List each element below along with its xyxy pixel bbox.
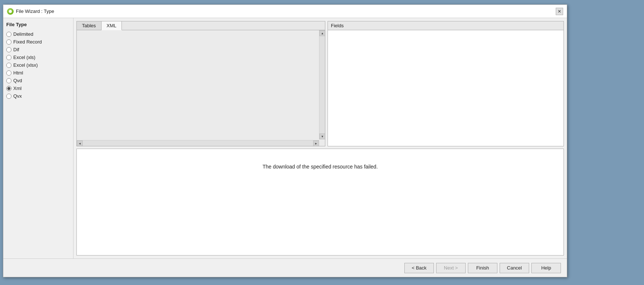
scroll-right-button[interactable]: ►: [313, 140, 319, 146]
error-panel: The download of the specified resource h…: [76, 149, 564, 256]
radio-input-excel-xls[interactable]: [6, 55, 11, 60]
main-content: Tables XML ▲ ▼ ◄: [73, 18, 567, 258]
radio-dif[interactable]: Dif: [6, 46, 70, 53]
file-wizard-dialog: File Wizard : Type ✕ File Type Delimited…: [3, 4, 567, 277]
dialog-body: File Type Delimited Fixed Record Dif Exc…: [3, 18, 567, 258]
fields-content: [328, 30, 564, 146]
radio-label-dif: Dif: [13, 47, 19, 52]
radio-label-qvx: Qvx: [13, 93, 22, 99]
radio-input-delimited[interactable]: [6, 32, 11, 37]
sidebar-title: File Type: [6, 22, 70, 27]
fields-panel: Fields: [328, 21, 564, 146]
radio-delimited[interactable]: Delimited: [6, 31, 70, 37]
scroll-up-button[interactable]: ▲: [319, 30, 325, 36]
radio-label-delimited: Delimited: [13, 31, 33, 37]
radio-label-qvd: Qvd: [13, 78, 22, 83]
dialog-footer: < Back Next > Finish Cancel Help: [3, 258, 567, 277]
radio-fixed-record[interactable]: Fixed Record: [6, 39, 70, 45]
top-panels: Tables XML ▲ ▼ ◄: [76, 21, 564, 146]
dialog-titlebar: File Wizard : Type ✕: [3, 5, 567, 18]
radio-xml[interactable]: Xml: [6, 85, 70, 91]
radio-input-dif[interactable]: [6, 47, 11, 52]
radio-input-excel-xlsx[interactable]: [6, 63, 11, 68]
radio-html[interactable]: Html: [6, 70, 70, 76]
scroll-down-button[interactable]: ▼: [319, 133, 325, 139]
fields-header: Fields: [328, 21, 564, 30]
radio-input-fixed-record[interactable]: [6, 39, 11, 45]
radio-input-xml[interactable]: [6, 86, 11, 91]
radio-input-qvx[interactable]: [6, 94, 11, 99]
radio-label-fixed-record: Fixed Record: [13, 39, 42, 45]
radio-qvx[interactable]: Qvx: [6, 93, 70, 99]
radio-excel-xls[interactable]: Excel (xls): [6, 54, 70, 60]
help-button[interactable]: Help: [531, 263, 561, 273]
radio-excel-xlsx[interactable]: Excel (xlsx): [6, 62, 70, 68]
radio-qvd[interactable]: Qvd: [6, 77, 70, 84]
scroll-track-horizontal: ◄ ►: [77, 140, 319, 146]
tab-tables[interactable]: Tables: [77, 21, 102, 30]
radio-label-xml: Xml: [13, 86, 21, 91]
error-message: The download of the specified resource h…: [263, 164, 378, 170]
sidebar: File Type Delimited Fixed Record Dif Exc…: [3, 18, 73, 258]
radio-input-qvd[interactable]: [6, 78, 11, 83]
tab-xml[interactable]: XML: [102, 21, 122, 30]
close-button[interactable]: ✕: [556, 8, 563, 15]
scroll-track-vertical: ▲ ▼: [319, 30, 325, 139]
app-icon: [7, 8, 14, 15]
dialog-title: File Wizard : Type: [16, 8, 54, 14]
radio-label-html: Html: [13, 70, 23, 76]
title-left: File Wizard : Type: [7, 8, 54, 15]
tabs-bar: Tables XML: [77, 21, 325, 30]
scroll-left-button[interactable]: ◄: [77, 140, 83, 146]
radio-label-excel-xls: Excel (xls): [13, 55, 35, 60]
radio-label-excel-xlsx: Excel (xlsx): [13, 62, 38, 68]
back-button[interactable]: < Back: [404, 263, 434, 273]
scroll-thumb-vertical: [319, 36, 325, 133]
radio-input-html[interactable]: [6, 70, 11, 76]
tables-panel: Tables XML ▲ ▼ ◄: [76, 21, 325, 146]
finish-button[interactable]: Finish: [468, 263, 497, 273]
next-button[interactable]: Next >: [436, 263, 466, 273]
cancel-button[interactable]: Cancel: [500, 263, 529, 273]
tables-scroll-area[interactable]: [77, 30, 325, 146]
tab-content: ▲ ▼ ◄ ►: [77, 30, 325, 146]
scroll-thumb-horizontal: [83, 140, 313, 146]
